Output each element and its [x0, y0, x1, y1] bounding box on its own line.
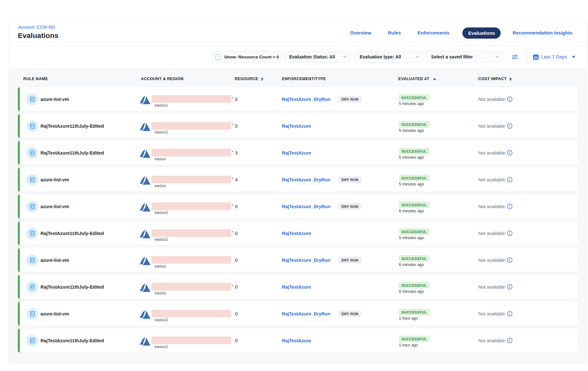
status-badge: SUCCESSFUL	[399, 121, 430, 128]
cost-impact-value: Not available	[478, 231, 505, 236]
resource-count: 0	[235, 87, 238, 111]
redacted-account-name	[151, 256, 231, 264]
column-header-evaluated-at[interactable]: EVALUATED AT	[398, 77, 436, 81]
redaction-mark	[232, 124, 233, 125]
show-resource-count-toggle[interactable]: Show: Resource Count > 0	[212, 51, 281, 63]
rule-cell: RajTestAzure11thJuly-Edited	[26, 221, 104, 245]
evaluated-at-cell: SUCCESSFUL 5 minutes ago	[399, 142, 430, 166]
redacted-account-name	[151, 122, 231, 130]
sort-icon[interactable]	[261, 77, 263, 81]
redacted-account-name	[151, 95, 231, 103]
evaluation-table-row[interactable]: RajTestAzure11thJuly-Edited eastus 3 Raj…	[18, 141, 578, 165]
evaluation-table-row[interactable]: azure-list-vm eastus 0 RajTestAzure_DryR…	[18, 248, 578, 272]
row-status-bar	[18, 275, 20, 299]
azure-icon	[140, 149, 151, 158]
evaluation-status-dropdown[interactable]: Evaluation Status: All	[284, 51, 351, 63]
azure-icon	[140, 283, 151, 292]
status-badge: SUCCESSFUL	[399, 175, 430, 181]
sort-icon[interactable]	[509, 77, 512, 81]
enforcement-link[interactable]: RajTestAzure	[282, 150, 311, 155]
evaluation-table-row[interactable]: RajTestAzure11thJuly-Edited eastus2 0 Ra…	[18, 329, 578, 352]
enforcement-link[interactable]: RajTestAzure_DryRun	[282, 204, 330, 209]
evaluation-table-row[interactable]: RajTestAzure11thJuly-Edited eastus 0 Raj…	[18, 275, 578, 299]
cost-impact-value: Not available	[478, 150, 505, 155]
status-badge: SUCCESSFUL	[399, 255, 430, 262]
cost-impact-cell: Not available	[478, 87, 512, 111]
date-range-picker[interactable]: Last 7 Days	[533, 51, 575, 63]
evaluation-table-row[interactable]: azure-list-vm eastus2 0 RajTestAzure_Dry…	[18, 87, 578, 111]
governance-rule-icon	[29, 257, 35, 263]
governance-rule-icon	[29, 150, 35, 156]
info-icon[interactable]	[507, 96, 512, 102]
evaluated-at-cell: SUCCESSFUL 1 hour ago	[399, 329, 430, 353]
rule-cell: azure-list-vm	[26, 168, 69, 192]
redacted-account-name	[151, 229, 231, 237]
evaluation-table-row[interactable]: azure-list-vm eastus2 0 RajTestAzure_Dry…	[18, 194, 578, 218]
rule-cell: azure-list-vm	[26, 302, 69, 326]
evaluation-table-row[interactable]: azure-list-vm eastus 4 RajTestAzure_DryR…	[18, 168, 578, 192]
cost-impact-value: Not available	[478, 177, 505, 182]
rule-cell: azure-list-vm	[26, 194, 69, 218]
cost-impact-value: Not available	[478, 97, 505, 102]
azure-icon	[140, 203, 151, 212]
enforcement-link[interactable]: RajTestAzure	[282, 338, 311, 343]
info-icon[interactable]	[507, 311, 512, 316]
info-icon[interactable]	[507, 338, 512, 343]
status-badge: SUCCESSFUL	[399, 336, 430, 342]
date-range-label: Last 7 Days	[541, 54, 567, 60]
redaction-mark	[232, 178, 233, 179]
enforcement-link[interactable]: RajTestAzure	[282, 124, 311, 129]
enforcement-link[interactable]: RajTestAzure	[282, 284, 311, 290]
enforcement-cell: RajTestAzure	[282, 329, 311, 352]
info-icon[interactable]	[507, 150, 512, 155]
azure-icon	[140, 337, 151, 346]
cost-impact-value: Not available	[478, 204, 505, 209]
evaluation-type-label: Evaluation type: All	[360, 54, 401, 59]
show-resource-count-checkbox[interactable]	[215, 54, 221, 60]
enforcement-link[interactable]: RajTestAzure_DryRun	[282, 311, 330, 316]
redacted-account-name	[151, 176, 231, 183]
nav-tab-evaluations[interactable]: Evaluations	[462, 27, 501, 39]
rule-icon	[26, 308, 38, 320]
enforcement-link[interactable]: RajTestAzure_DryRun	[282, 177, 330, 182]
rule-cell: azure-list-vm	[26, 248, 69, 272]
status-badge: SUCCESSFUL	[399, 148, 430, 155]
info-icon[interactable]	[507, 204, 512, 209]
evaluated-time: 6 minutes ago	[399, 289, 424, 294]
info-icon[interactable]	[507, 123, 512, 129]
rule-name: RajTestAzure11thJuly-Edited	[40, 231, 104, 236]
evaluated-at-cell: SUCCESSFUL 6 minutes ago	[399, 195, 430, 219]
region-label: eastus	[155, 264, 166, 269]
info-icon[interactable]	[507, 231, 512, 236]
resource-count: 0	[235, 329, 238, 352]
sort-ascending-icon[interactable]	[433, 78, 436, 80]
nav-tab-rules[interactable]: Rules	[388, 30, 401, 35]
evaluation-type-dropdown[interactable]: Evaluation type: All	[355, 51, 423, 63]
info-icon[interactable]	[507, 177, 512, 182]
info-icon[interactable]	[507, 257, 512, 263]
dry-run-badge: DRY RUN	[339, 176, 361, 183]
evaluation-table-row[interactable]: RajTestAzure11thJuly-Edited eastus2 0 Ra…	[18, 221, 578, 245]
evaluation-table-row[interactable]: RajTestAzure11thJuly-Edited eastus2 0 Ra…	[18, 114, 578, 138]
breadcrumb-account-link[interactable]: Account: CCM-NG	[18, 25, 55, 30]
enforcement-link[interactable]: RajTestAzure_DryRun	[282, 97, 330, 102]
nav-tab-overview[interactable]: Overview	[350, 30, 371, 35]
filter-settings-button[interactable]	[509, 51, 520, 63]
dry-run-badge: DRY RUN	[339, 96, 361, 102]
evaluation-table-row[interactable]: azure-list-vm eastus2 0 RajTestAzure_Dry…	[18, 302, 578, 326]
evaluated-time: 6 minutes ago	[399, 262, 424, 267]
rule-icon	[26, 228, 38, 239]
governance-rule-icon	[29, 96, 35, 102]
enforcement-link[interactable]: RajTestAzure	[282, 231, 311, 236]
saved-filter-dropdown[interactable]: Select a saved filter	[426, 51, 503, 63]
nav-tab-enforcements[interactable]: Enforcements	[417, 30, 449, 35]
cost-impact-cell: Not available	[478, 221, 512, 245]
saved-filter-label: Select a saved filter	[431, 54, 473, 59]
sliders-icon	[512, 54, 518, 59]
resource-count: 0	[235, 302, 238, 326]
column-header-cost-impact[interactable]: COST IMPACT	[478, 77, 512, 81]
column-header-resource[interactable]: RESOURCE	[235, 77, 263, 81]
nav-tab-recommendation-insights[interactable]: Recommendation Insights	[512, 30, 572, 35]
info-icon[interactable]	[507, 284, 512, 290]
enforcement-link[interactable]: RajTestAzure_DryRun	[282, 258, 330, 263]
